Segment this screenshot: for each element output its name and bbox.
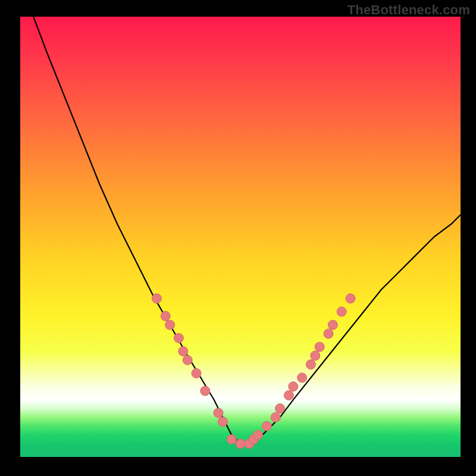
data-marker (201, 386, 210, 396)
data-marker (328, 320, 337, 330)
data-marker (192, 368, 201, 378)
data-marker (275, 404, 285, 414)
data-marker (289, 382, 298, 392)
data-marker (298, 373, 307, 383)
data-marker (178, 346, 188, 356)
data-marker (174, 333, 183, 343)
data-marker (227, 434, 236, 444)
data-marker (306, 360, 315, 369)
data-marker (161, 311, 170, 321)
plot-area (20, 17, 461, 457)
data-marker (214, 408, 223, 418)
data-marker (253, 430, 263, 440)
chart-frame: TheBottleneck.com (0, 0, 476, 476)
data-markers (152, 294, 355, 449)
data-marker (346, 294, 355, 303)
watermark-text: TheBottleneck.com (347, 2, 470, 18)
data-marker (315, 342, 324, 352)
data-marker (324, 329, 333, 339)
data-marker (236, 439, 245, 449)
data-marker (271, 412, 280, 422)
data-marker (262, 421, 271, 431)
data-marker (284, 390, 293, 400)
data-marker (183, 355, 192, 365)
data-marker (165, 320, 175, 330)
bottleneck-curve (33, 17, 461, 444)
curve-svg (20, 17, 461, 457)
data-marker (337, 307, 346, 317)
data-marker (152, 294, 161, 303)
data-marker (218, 417, 227, 427)
data-marker (311, 351, 320, 361)
